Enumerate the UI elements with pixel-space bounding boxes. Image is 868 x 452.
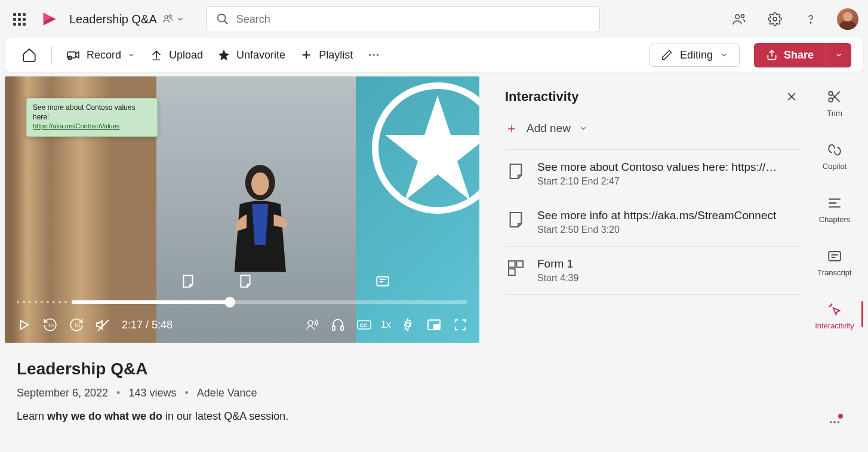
shared-indicator[interactable]: [162, 13, 184, 25]
help-icon: [804, 12, 818, 26]
search-input[interactable]: [236, 13, 590, 26]
form-marker[interactable]: [375, 273, 390, 289]
unfavorite-button[interactable]: Unfavorite: [213, 45, 290, 65]
form-icon: [375, 273, 390, 289]
note-marker-2[interactable]: [238, 273, 253, 289]
fullscreen-button[interactable]: [451, 315, 470, 334]
interactivity-title: Form 1: [537, 257, 801, 270]
svg-rect-28: [509, 269, 515, 275]
settings[interactable]: [763, 7, 787, 31]
note-icon: [505, 209, 527, 230]
progress-thumb[interactable]: [224, 297, 235, 308]
video-player[interactable]: See more about Contoso values here: http…: [5, 76, 479, 343]
command-bar: Record Upload Unfavorite Playlist Editin…: [5, 38, 863, 72]
transcript-icon: [826, 248, 843, 265]
voice-button[interactable]: [302, 315, 321, 334]
scissors-icon: [826, 88, 843, 105]
home-button[interactable]: [17, 44, 42, 66]
rewind-10[interactable]: 10: [41, 315, 60, 334]
rail-interactivity[interactable]: Interactivity: [806, 295, 863, 336]
fullscreen-icon: [454, 318, 467, 331]
editing-mode-button[interactable]: Editing: [650, 44, 740, 67]
waffle-icon: [13, 13, 26, 26]
meet-now-icon: [732, 12, 746, 26]
rail-more[interactable]: [823, 410, 847, 434]
playlist-label: Playlist: [319, 49, 353, 62]
app-header: Leadership Q&A: [0, 0, 868, 38]
rail-copilot[interactable]: Copilot: [806, 136, 863, 177]
copilot-icon: [826, 142, 843, 158]
meta-date: September 6, 2022: [17, 387, 108, 399]
interactivity-item[interactable]: See more about Contoso values here: http…: [505, 150, 801, 198]
help[interactable]: [799, 7, 823, 31]
interactivity-item[interactable]: See more info at https://aka.ms/StreamCo…: [505, 198, 801, 247]
home-icon: [21, 47, 37, 63]
svg-point-11: [377, 54, 378, 56]
callout-link[interactable]: https://aka.ms/ContosoValues: [33, 122, 119, 130]
playback-speed[interactable]: 1x: [381, 319, 391, 330]
share-button[interactable]: Share: [754, 43, 826, 67]
svg-point-1: [169, 15, 171, 17]
video-description: Learn why we do what we do in our latest…: [17, 410, 479, 423]
gear-icon: [401, 318, 415, 332]
svg-point-13: [251, 172, 269, 195]
app-launcher[interactable]: [10, 10, 29, 29]
play-button[interactable]: [14, 315, 33, 334]
chevron-down-icon: [127, 51, 136, 59]
stream-logo[interactable]: [41, 11, 57, 27]
star-filled-icon: [217, 48, 230, 62]
progress-track[interactable]: [72, 300, 467, 304]
settings-gear[interactable]: [398, 315, 417, 334]
rail-label: Interactivity: [815, 321, 854, 330]
rail-label: Transcript: [817, 268, 851, 277]
svg-text:10: 10: [74, 322, 80, 328]
note-marker-1[interactable]: [180, 273, 196, 289]
more-actions[interactable]: [362, 45, 385, 65]
doc-title: Leadership Q&A: [69, 13, 157, 26]
chapters-icon: [826, 195, 843, 211]
callout-annotation[interactable]: See more about Contoso values here: http…: [26, 98, 158, 137]
rail-label: Trim: [827, 109, 842, 118]
time-total: 5:48: [152, 319, 173, 331]
gear-icon: [768, 12, 782, 26]
panel-close[interactable]: [782, 87, 801, 106]
svg-point-2: [218, 14, 226, 22]
rail-transcript[interactable]: Transcript: [806, 242, 863, 283]
interactivity-timing: Start 2:50 End 3:20: [537, 225, 801, 235]
rail-trim[interactable]: Trim: [806, 82, 863, 124]
user-avatar[interactable]: [837, 8, 858, 30]
teams-share[interactable]: [727, 7, 751, 31]
record-button[interactable]: Record: [61, 44, 140, 66]
share-chevron[interactable]: [826, 43, 851, 67]
cc-button[interactable]: CC: [355, 315, 374, 334]
share-icon: [766, 49, 778, 61]
svg-point-34: [838, 421, 840, 423]
share-label: Share: [784, 49, 814, 62]
mute-button[interactable]: [93, 315, 112, 334]
search-box[interactable]: [206, 6, 600, 32]
more-icon: [367, 48, 380, 62]
add-new-button[interactable]: ＋ Add new: [505, 113, 801, 150]
progress-bar-row: [17, 295, 467, 309]
interactivity-item[interactable]: Form 1 Start 4:39: [505, 247, 801, 295]
svg-point-10: [373, 54, 374, 56]
audio-button[interactable]: [328, 315, 347, 334]
svg-point-6: [810, 22, 811, 23]
player-controls: 10 10 2:17 / 5:48 CC: [14, 315, 470, 334]
svg-rect-19: [333, 326, 335, 330]
svg-point-5: [773, 17, 777, 21]
interactivity-timing: Start 4:39: [537, 273, 801, 284]
forward-10[interactable]: 10: [67, 315, 86, 334]
stream-logo-icon: [41, 11, 57, 27]
pip-button[interactable]: [424, 315, 444, 334]
svg-text:10: 10: [48, 322, 54, 328]
svg-point-32: [830, 421, 832, 423]
svg-rect-25: [434, 325, 439, 328]
upload-button[interactable]: Upload: [145, 45, 208, 65]
interactivity-panel: Interactivity ＋ Add new See more about C…: [491, 76, 806, 452]
svg-point-9: [369, 54, 371, 56]
time-display: 2:17 / 5:48: [122, 319, 173, 331]
playlist-button[interactable]: Playlist: [295, 45, 358, 65]
rail-chapters[interactable]: Chapters: [806, 189, 863, 230]
interactivity-icon: [826, 301, 843, 318]
